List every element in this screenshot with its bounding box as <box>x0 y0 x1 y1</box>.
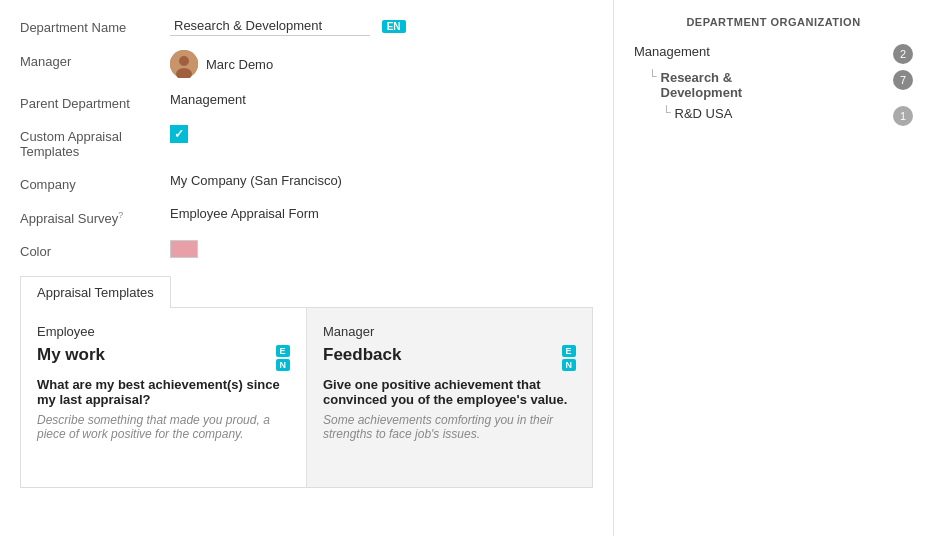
org-research-row: └ Research & Development 7 <box>648 70 913 100</box>
employee-n-badge: N <box>276 359 291 371</box>
manager-name: Marc Demo <box>206 57 273 72</box>
employee-role: Employee <box>37 324 290 339</box>
color-value[interactable] <box>170 240 593 261</box>
manager-lang-badges: E N <box>562 345 577 371</box>
manager-e-badge: E <box>562 345 577 357</box>
appraisal-survey-label: Appraisal Survey? <box>20 206 170 226</box>
avatar <box>170 50 198 78</box>
manager-role: Manager <box>323 324 576 339</box>
manager-n-badge: N <box>562 359 577 371</box>
tree-connector-rdusa: └ <box>662 106 671 118</box>
parent-department-label: Parent Department <box>20 92 170 111</box>
department-name-label: Department Name <box>20 16 170 35</box>
department-name-input[interactable] <box>170 16 370 36</box>
manager-row: Manager Marc Demo <box>20 50 593 78</box>
tree-connector-research: └ <box>648 70 657 82</box>
research-count: 7 <box>893 70 913 90</box>
manager-title: Feedback <box>323 345 576 365</box>
research-label: Research & Development <box>661 70 887 100</box>
employee-e-badge: E <box>276 345 291 357</box>
svg-point-1 <box>179 56 189 66</box>
department-name-value[interactable]: EN <box>170 16 593 36</box>
manager-value[interactable]: Marc Demo <box>170 50 593 78</box>
org-rdusa-row: └ R&D USA 1 <box>662 106 913 126</box>
employee-lang-badges: E N <box>276 345 291 371</box>
dept-org-section: Management 2 └ Research & Development 7 … <box>634 40 913 126</box>
company-value: My Company (San Francisco) <box>170 173 593 188</box>
templates-area: Employee E N My work What are my best ac… <box>20 308 593 488</box>
company-row: Company My Company (San Francisco) <box>20 173 593 192</box>
custom-appraisal-label: Custom Appraisal Templates <box>20 125 170 159</box>
management-label: Management <box>634 44 887 59</box>
department-name-row: Department Name EN <box>20 16 593 36</box>
employee-template-col: Employee E N My work What are my best ac… <box>21 308 307 487</box>
employee-question: What are my best achievement(s) since my… <box>37 377 290 407</box>
org-management-row: Management 2 <box>634 44 913 64</box>
color-swatch[interactable] <box>170 240 198 258</box>
appraisal-survey-row: Appraisal Survey? Employee Appraisal For… <box>20 206 593 226</box>
color-label: Color <box>20 240 170 259</box>
management-count: 2 <box>893 44 913 64</box>
tabs-row: Appraisal Templates <box>20 275 593 308</box>
tab-appraisal-templates[interactable]: Appraisal Templates <box>20 276 171 308</box>
right-panel: DEPARTMENT ORGANIZATION Management 2 └ R… <box>613 0 933 536</box>
custom-appraisal-value[interactable] <box>170 125 593 143</box>
custom-appraisal-checkbox[interactable] <box>170 125 188 143</box>
dept-org-title: DEPARTMENT ORGANIZATION <box>634 16 913 28</box>
parent-department-row: Parent Department Management <box>20 92 593 111</box>
employee-title: My work <box>37 345 290 365</box>
lang-badge: EN <box>382 20 406 33</box>
manager-description: Some achievements comforting you in thei… <box>323 413 576 441</box>
color-row: Color <box>20 240 593 261</box>
manager-label: Manager <box>20 50 170 69</box>
employee-description: Describe something that made you proud, … <box>37 413 290 441</box>
company-label: Company <box>20 173 170 192</box>
manager-template-col: Manager E N Feedback Give one positive a… <box>307 308 592 487</box>
rdusa-label: R&D USA <box>675 106 887 121</box>
rdusa-count: 1 <box>893 106 913 126</box>
appraisal-survey-value: Employee Appraisal Form <box>170 206 593 221</box>
manager-question: Give one positive achievement that convi… <box>323 377 576 407</box>
custom-appraisal-row: Custom Appraisal Templates <box>20 125 593 159</box>
parent-department-value: Management <box>170 92 593 107</box>
